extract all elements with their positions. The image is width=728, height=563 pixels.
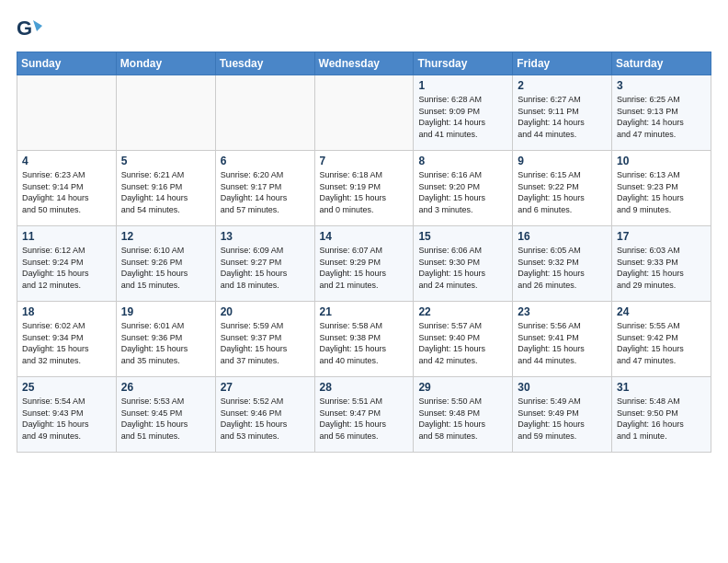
calendar-day-cell-8: 8Sunrise: 6:16 AM Sunset: 9:20 PM Daylig… [414, 151, 513, 226]
day-number: 31 [617, 381, 706, 394]
day-content: Sunrise: 5:53 AM Sunset: 9:45 PM Dayligh… [121, 396, 210, 442]
day-content: Sunrise: 6:01 AM Sunset: 9:36 PM Dayligh… [121, 320, 210, 366]
calendar-day-cell-17: 17Sunrise: 6:03 AM Sunset: 9:33 PM Dayli… [612, 226, 711, 302]
day-number: 13 [221, 230, 310, 243]
calendar-day-cell-11: 11Sunrise: 6:12 AM Sunset: 9:24 PM Dayli… [17, 226, 117, 302]
day-number: 26 [121, 381, 210, 394]
calendar-day-cell-23: 23Sunrise: 5:56 AM Sunset: 9:41 PM Dayli… [513, 302, 612, 377]
calendar-day-cell-4: 4Sunrise: 6:23 AM Sunset: 9:14 PM Daylig… [17, 151, 117, 226]
day-content: Sunrise: 6:07 AM Sunset: 9:29 PM Dayligh… [320, 245, 409, 291]
calendar-day-cell-1: 1Sunrise: 6:28 AM Sunset: 9:09 PM Daylig… [414, 75, 513, 151]
day-content: Sunrise: 6:09 AM Sunset: 9:27 PM Dayligh… [221, 245, 310, 291]
calendar-day-cell-29: 29Sunrise: 5:50 AM Sunset: 9:48 PM Dayli… [414, 377, 513, 453]
calendar-day-cell-27: 27Sunrise: 5:52 AM Sunset: 9:46 PM Dayli… [215, 377, 314, 453]
logo: G [17, 17, 44, 42]
calendar-week-row: 25Sunrise: 5:54 AM Sunset: 9:43 PM Dayli… [17, 377, 711, 453]
calendar-day-cell-13: 13Sunrise: 6:09 AM Sunset: 9:27 PM Dayli… [215, 226, 314, 302]
day-number: 2 [518, 79, 607, 92]
day-content: Sunrise: 6:02 AM Sunset: 9:34 PM Dayligh… [22, 320, 111, 366]
day-content: Sunrise: 6:23 AM Sunset: 9:14 PM Dayligh… [22, 169, 111, 215]
day-content: Sunrise: 6:15 AM Sunset: 9:22 PM Dayligh… [518, 169, 607, 215]
weekday-header-tuesday: Tuesday [215, 52, 314, 75]
day-number: 20 [221, 305, 310, 318]
day-content: Sunrise: 5:49 AM Sunset: 9:49 PM Dayligh… [518, 396, 607, 442]
day-content: Sunrise: 6:28 AM Sunset: 9:09 PM Dayligh… [418, 94, 507, 140]
day-number: 29 [418, 381, 507, 394]
svg-text:G: G [17, 17, 32, 40]
calendar-day-cell-6: 6Sunrise: 6:20 AM Sunset: 9:17 PM Daylig… [215, 151, 314, 226]
calendar-day-cell-19: 19Sunrise: 6:01 AM Sunset: 9:36 PM Dayli… [116, 302, 215, 377]
page-header: G [17, 17, 711, 42]
weekday-header-thursday: Thursday [414, 52, 513, 75]
logo-icon: G [17, 17, 42, 42]
day-number: 1 [418, 79, 507, 92]
day-number: 10 [617, 155, 706, 167]
calendar-week-row: 11Sunrise: 6:12 AM Sunset: 9:24 PM Dayli… [17, 226, 711, 302]
day-number: 9 [518, 155, 607, 167]
day-number: 23 [518, 305, 607, 318]
calendar-day-cell-10: 10Sunrise: 6:13 AM Sunset: 9:23 PM Dayli… [612, 151, 711, 226]
day-content: Sunrise: 5:50 AM Sunset: 9:48 PM Dayligh… [418, 396, 507, 442]
day-content: Sunrise: 6:18 AM Sunset: 9:19 PM Dayligh… [320, 169, 409, 215]
day-content: Sunrise: 6:03 AM Sunset: 9:33 PM Dayligh… [617, 245, 706, 291]
calendar-week-row: 18Sunrise: 6:02 AM Sunset: 9:34 PM Dayli… [17, 302, 711, 377]
day-content: Sunrise: 6:13 AM Sunset: 9:23 PM Dayligh… [617, 169, 706, 215]
calendar-day-cell-18: 18Sunrise: 6:02 AM Sunset: 9:34 PM Dayli… [17, 302, 117, 377]
day-content: Sunrise: 6:21 AM Sunset: 9:16 PM Dayligh… [121, 169, 210, 215]
day-number: 3 [617, 79, 706, 92]
day-number: 4 [22, 155, 111, 167]
day-number: 6 [221, 155, 310, 167]
calendar-day-cell-14: 14Sunrise: 6:07 AM Sunset: 9:29 PM Dayli… [314, 226, 414, 302]
calendar-day-cell-21: 21Sunrise: 5:58 AM Sunset: 9:38 PM Dayli… [314, 302, 414, 377]
weekday-header-saturday: Saturday [612, 52, 711, 75]
calendar-week-row: 1Sunrise: 6:28 AM Sunset: 9:09 PM Daylig… [17, 75, 711, 151]
calendar-table: SundayMondayTuesdayWednesdayThursdayFrid… [17, 52, 711, 453]
day-content: Sunrise: 6:12 AM Sunset: 9:24 PM Dayligh… [22, 245, 111, 291]
day-content: Sunrise: 5:56 AM Sunset: 9:41 PM Dayligh… [518, 320, 607, 366]
calendar-day-cell-31: 31Sunrise: 5:48 AM Sunset: 9:50 PM Dayli… [612, 377, 711, 453]
calendar-day-cell-24: 24Sunrise: 5:55 AM Sunset: 9:42 PM Dayli… [612, 302, 711, 377]
calendar-day-cell-25: 25Sunrise: 5:54 AM Sunset: 9:43 PM Dayli… [17, 377, 117, 453]
weekday-header-row: SundayMondayTuesdayWednesdayThursdayFrid… [17, 52, 711, 75]
calendar-day-cell-5: 5Sunrise: 6:21 AM Sunset: 9:16 PM Daylig… [116, 151, 215, 226]
day-content: Sunrise: 5:57 AM Sunset: 9:40 PM Dayligh… [418, 320, 507, 366]
day-content: Sunrise: 5:51 AM Sunset: 9:47 PM Dayligh… [320, 396, 409, 442]
day-number: 7 [320, 155, 409, 167]
calendar-day-cell-20: 20Sunrise: 5:59 AM Sunset: 9:37 PM Dayli… [215, 302, 314, 377]
day-content: Sunrise: 6:20 AM Sunset: 9:17 PM Dayligh… [221, 169, 310, 215]
day-number: 24 [617, 305, 706, 318]
day-content: Sunrise: 5:58 AM Sunset: 9:38 PM Dayligh… [320, 320, 409, 366]
day-content: Sunrise: 5:48 AM Sunset: 9:50 PM Dayligh… [617, 396, 706, 442]
calendar-day-cell-12: 12Sunrise: 6:10 AM Sunset: 9:26 PM Dayli… [116, 226, 215, 302]
day-content: Sunrise: 6:16 AM Sunset: 9:20 PM Dayligh… [418, 169, 507, 215]
weekday-header-monday: Monday [116, 52, 215, 75]
calendar-empty-cell [215, 75, 314, 151]
calendar-day-cell-7: 7Sunrise: 6:18 AM Sunset: 9:19 PM Daylig… [314, 151, 414, 226]
day-content: Sunrise: 5:52 AM Sunset: 9:46 PM Dayligh… [221, 396, 310, 442]
calendar-day-cell-16: 16Sunrise: 6:05 AM Sunset: 9:32 PM Dayli… [513, 226, 612, 302]
weekday-header-sunday: Sunday [17, 52, 117, 75]
calendar-day-cell-2: 2Sunrise: 6:27 AM Sunset: 9:11 PM Daylig… [513, 75, 612, 151]
day-number: 11 [22, 230, 111, 243]
day-number: 5 [121, 155, 210, 167]
calendar-day-cell-30: 30Sunrise: 5:49 AM Sunset: 9:49 PM Dayli… [513, 377, 612, 453]
day-number: 25 [22, 381, 111, 394]
calendar-empty-cell [116, 75, 215, 151]
day-number: 28 [320, 381, 409, 394]
svg-marker-1 [33, 20, 42, 31]
day-number: 17 [617, 230, 706, 243]
day-number: 19 [121, 305, 210, 318]
day-number: 15 [418, 230, 507, 243]
day-number: 22 [418, 305, 507, 318]
day-content: Sunrise: 5:55 AM Sunset: 9:42 PM Dayligh… [617, 320, 706, 366]
calendar-day-cell-15: 15Sunrise: 6:06 AM Sunset: 9:30 PM Dayli… [414, 226, 513, 302]
day-content: Sunrise: 5:54 AM Sunset: 9:43 PM Dayligh… [22, 396, 111, 442]
calendar-empty-cell [314, 75, 414, 151]
day-number: 21 [320, 305, 409, 318]
weekday-header-wednesday: Wednesday [314, 52, 414, 75]
day-content: Sunrise: 6:05 AM Sunset: 9:32 PM Dayligh… [518, 245, 607, 291]
day-number: 12 [121, 230, 210, 243]
day-content: Sunrise: 5:59 AM Sunset: 9:37 PM Dayligh… [221, 320, 310, 366]
day-content: Sunrise: 6:25 AM Sunset: 9:13 PM Dayligh… [617, 94, 706, 140]
weekday-header-friday: Friday [513, 52, 612, 75]
